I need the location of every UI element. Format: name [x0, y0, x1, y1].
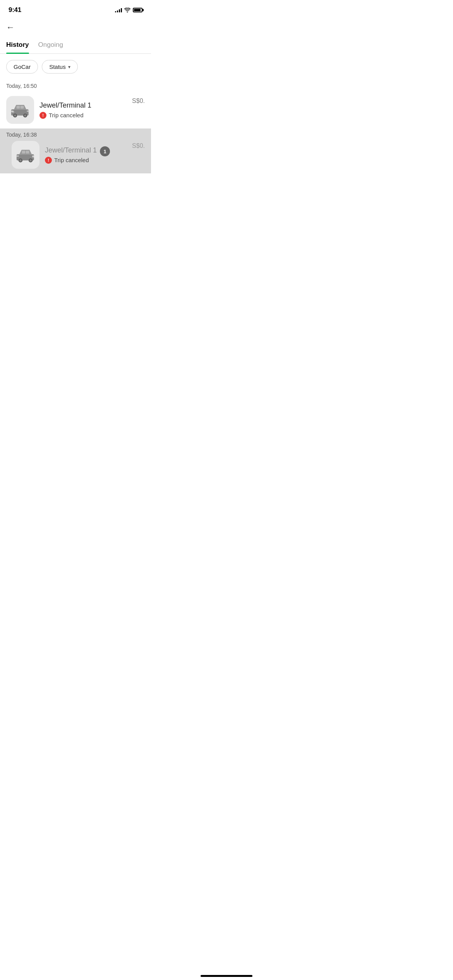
trip-canceled-icon-2: ! [45, 157, 52, 164]
status-icons [115, 8, 142, 12]
filter-gocar[interactable]: GoCar [6, 60, 38, 74]
status-time: 9:41 [9, 6, 21, 14]
trip-status-1: ! Trip canceled [39, 112, 127, 119]
notification-badge: 1 [100, 146, 110, 156]
svg-rect-8 [27, 110, 29, 112]
filters: GoCar Status ▾ [0, 54, 151, 80]
chevron-down-icon: ▾ [68, 64, 70, 70]
trip-status-2: ! Trip canceled [45, 157, 127, 164]
svg-rect-1 [17, 106, 20, 108]
trip-info-2: Jewel/Terminal 1 1 ! Trip canceled [45, 146, 127, 164]
trip-date-2: Today, 16:38 [6, 132, 37, 138]
signal-icon [115, 8, 122, 12]
trip-price-2: S$0. [132, 141, 145, 149]
trip-date-1: Today, 16:50 [0, 80, 151, 91]
trip-destination-row-2: Jewel/Terminal 1 1 [45, 146, 127, 157]
car-image-1 [6, 96, 34, 124]
trip-item-1[interactable]: Jewel/Terminal 1 ! Trip canceled S$0. [0, 91, 151, 128]
svg-point-6 [24, 115, 26, 117]
svg-rect-11 [22, 151, 26, 153]
trip-destination-1: Jewel/Terminal 1 [39, 101, 127, 110]
wifi-icon [124, 8, 130, 12]
trip-list: Today, 16:50 Jewel/Terminal 1 ! T [0, 80, 151, 173]
svg-rect-17 [17, 155, 19, 157]
svg-rect-2 [21, 106, 24, 108]
trip-destination-2: Jewel/Terminal 1 [45, 146, 97, 154]
svg-point-14 [19, 159, 22, 162]
car-icon-2 [14, 146, 37, 164]
trip-price-1: S$0. [132, 96, 145, 105]
trip-item-2[interactable]: Today, 16:38 Jewel/Terminal 1 1 [0, 128, 151, 173]
status-bar: 9:41 [0, 0, 151, 19]
car-image-2 [12, 141, 39, 169]
trip-canceled-icon-1: ! [39, 112, 46, 119]
svg-point-4 [14, 115, 16, 117]
svg-rect-12 [26, 151, 29, 153]
filter-status[interactable]: Status ▾ [42, 60, 78, 74]
battery-fill [134, 9, 141, 11]
svg-point-19 [32, 156, 35, 158]
svg-point-16 [29, 159, 32, 162]
tabs-container: History Ongoing [0, 35, 151, 54]
tab-history[interactable]: History [6, 41, 29, 53]
trip-info-1: Jewel/Terminal 1 ! Trip canceled [39, 101, 127, 119]
tab-ongoing[interactable]: Ongoing [38, 41, 63, 53]
svg-point-9 [12, 111, 14, 113]
car-icon-1 [9, 101, 31, 119]
back-arrow-icon: ← [6, 22, 15, 32]
battery-icon [133, 8, 142, 12]
back-button[interactable]: ← [0, 19, 151, 35]
